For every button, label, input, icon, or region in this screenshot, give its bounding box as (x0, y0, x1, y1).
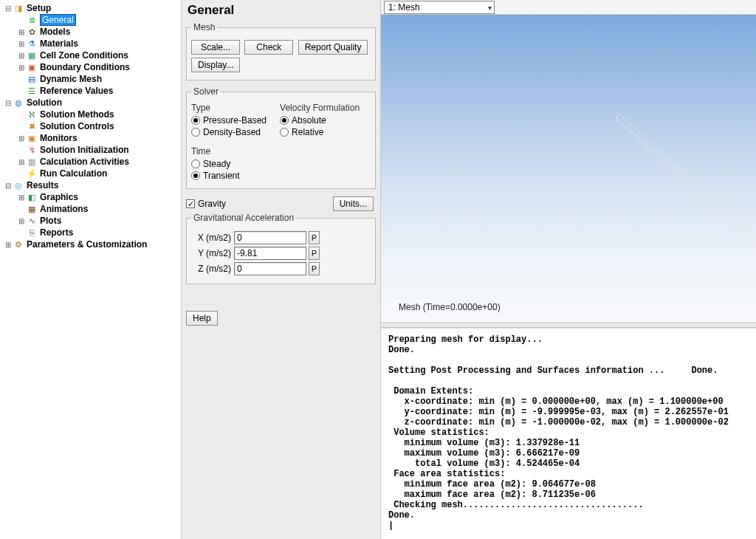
radio-absolute[interactable]: Absolute (280, 115, 360, 126)
help-button[interactable]: Help (186, 311, 218, 326)
tree-params[interactable]: ⊞ ⚙ Parameters & Customization (1, 238, 181, 250)
radio-icon (280, 116, 289, 125)
radio-relative[interactable]: Relative (280, 127, 360, 137)
svg-line-0 (616, 117, 749, 235)
expand-icon[interactable]: ⊞ (4, 241, 12, 249)
expand-icon[interactable]: ⊞ (18, 40, 25, 48)
svg-line-1 (619, 114, 752, 232)
gz-label: Z (m/s2) (191, 264, 234, 274)
radio-pressure-based[interactable]: Pressure-Based (191, 115, 267, 126)
gravity-label: Gravity (198, 199, 226, 209)
collapse-icon[interactable]: ⊟ (4, 182, 12, 190)
film-icon: ▦ (26, 204, 38, 214)
mesh-icon: ▤ (26, 74, 38, 84)
tree-label: Solution (27, 97, 62, 108)
scale-button[interactable]: Scale... (191, 40, 240, 55)
tree-dynmesh[interactable]: · ▤ Dynamic Mesh (1, 73, 181, 85)
expand-icon[interactable]: ⊞ (18, 193, 25, 202)
tree-label: Setup (27, 3, 51, 13)
tree-label: Dynamic Mesh (40, 74, 102, 84)
cube-icon: ◨ (13, 3, 24, 13)
radio-label: Steady (203, 159, 230, 169)
display-button[interactable]: Display... (191, 58, 240, 72)
boundary-icon: ▣ (26, 62, 38, 72)
expand-icon[interactable]: ⊞ (18, 28, 25, 36)
list-icon: ☰ (26, 86, 38, 96)
radio-label: Absolute (292, 115, 326, 126)
right-pane: 1: Mesh ▾ Mesh (Time=0.0000e+00) Prepari… (381, 0, 756, 539)
report-quality-button[interactable]: Report Quality (298, 40, 368, 55)
tree-graphics[interactable]: ⊞ ◧ Graphics (1, 191, 181, 203)
gx-input[interactable] (234, 231, 306, 244)
tree-calcact[interactable]: ⊞ ▥ Calculation Activities (1, 156, 181, 168)
gz-input[interactable] (234, 262, 306, 275)
plot-icon: ∿ (26, 216, 38, 226)
p-button[interactable]: P (309, 262, 320, 275)
list-icon: ≣ (26, 15, 38, 25)
tree-materials[interactable]: ⊞ ⚗ Materials (1, 38, 181, 49)
tree-models[interactable]: ⊞ ✿ Models (1, 26, 181, 38)
gravaccel-group: Gravitational Acceleration X (m/s2) P Y … (186, 213, 376, 284)
expand-icon[interactable]: ⊞ (18, 63, 25, 72)
tree-setup[interactable]: ⊟ ◨ Setup (1, 2, 181, 14)
init-icon: ↯ (26, 145, 38, 155)
tree-label: Graphics (40, 192, 78, 202)
tree-plots[interactable]: ⊞ ∿ Plots (1, 215, 181, 227)
expand-icon[interactable]: ⊞ (18, 134, 25, 143)
radio-density-based[interactable]: Density-Based (191, 127, 267, 137)
radio-transient[interactable]: Transient (191, 171, 371, 181)
tree-bc[interactable]: ⊞ ▣ Boundary Conditions (1, 61, 181, 73)
text-console[interactable]: Preparing mesh for display... Done. Sett… (381, 328, 756, 539)
radio-icon (191, 159, 200, 168)
p-button[interactable]: P (309, 247, 320, 260)
tree-animations[interactable]: · ▦ Animations (1, 203, 181, 215)
tree-runcalc[interactable]: · ⚡ Run Calculation (1, 168, 181, 179)
tree-label: Results (27, 180, 58, 190)
tree-monitors[interactable]: ⊞ ▣ Monitors (1, 132, 181, 144)
svg-line-3 (749, 232, 752, 235)
tree-reports[interactable]: · ⎘ Reports (1, 227, 181, 238)
gravity-checkbox[interactable]: Gravity (186, 199, 226, 209)
radio-icon (191, 128, 200, 137)
controls-icon: ✖ (26, 121, 38, 131)
tree-label: Animations (40, 204, 88, 214)
expand-icon[interactable]: ⊞ (18, 158, 25, 166)
tree-solution[interactable]: ⊟ ◍ Solution (1, 97, 181, 109)
gy-input[interactable] (234, 247, 306, 260)
type-header: Type (191, 103, 267, 113)
tree-label: Run Calculation (40, 168, 107, 179)
tree-label: Solution Methods (40, 109, 114, 120)
svg-line-2 (616, 114, 619, 117)
radio-icon (191, 171, 200, 180)
radio-label: Pressure-Based (203, 115, 267, 126)
expand-icon[interactable]: ⊞ (18, 52, 25, 60)
tree-solinit[interactable]: · ↯ Solution Initialization (1, 144, 181, 156)
methods-icon: ℵ (26, 109, 38, 120)
collapse-icon[interactable]: ⊟ (4, 99, 12, 107)
calc-icon: ▥ (26, 157, 38, 167)
tree-general[interactable]: · ≣ General (1, 14, 181, 26)
collapse-icon[interactable]: ⊟ (4, 4, 12, 13)
p-button[interactable]: P (309, 231, 320, 244)
graphics-icon: ◧ (26, 192, 38, 202)
radio-steady[interactable]: Steady (191, 159, 371, 169)
tree-results[interactable]: ⊟ ◎ Results (1, 179, 181, 191)
solver-legend: Solver (191, 86, 221, 97)
tree-refvals[interactable]: · ☰ Reference Values (1, 85, 181, 97)
tree-label: Models (40, 27, 70, 37)
tree-label: Calculation Activities (40, 157, 129, 167)
units-button[interactable]: Units... (333, 196, 374, 211)
expand-icon[interactable]: ⊞ (18, 217, 25, 225)
checkbox-icon (186, 199, 195, 208)
tree-solmethods[interactable]: · ℵ Solution Methods (1, 109, 181, 120)
tree-solcontrols[interactable]: · ✖ Solution Controls (1, 120, 181, 132)
tree-cellzone[interactable]: ⊞ ▦ Cell Zone Conditions (1, 49, 181, 61)
outline-tree[interactable]: ⊟ ◨ Setup · ≣ General ⊞ ✿ Models ⊞ ⚗ Mat… (0, 0, 182, 539)
results-icon: ◎ (13, 180, 24, 190)
radio-label: Transient (203, 171, 240, 181)
check-button[interactable]: Check (244, 40, 293, 55)
view-selector[interactable]: 1: Mesh ▾ (384, 1, 495, 14)
graphics-viewport[interactable]: Mesh (Time=0.0000e+00) (381, 15, 756, 323)
tree-label: Solution Initialization (40, 145, 129, 155)
mesh-wireframe (608, 109, 756, 257)
